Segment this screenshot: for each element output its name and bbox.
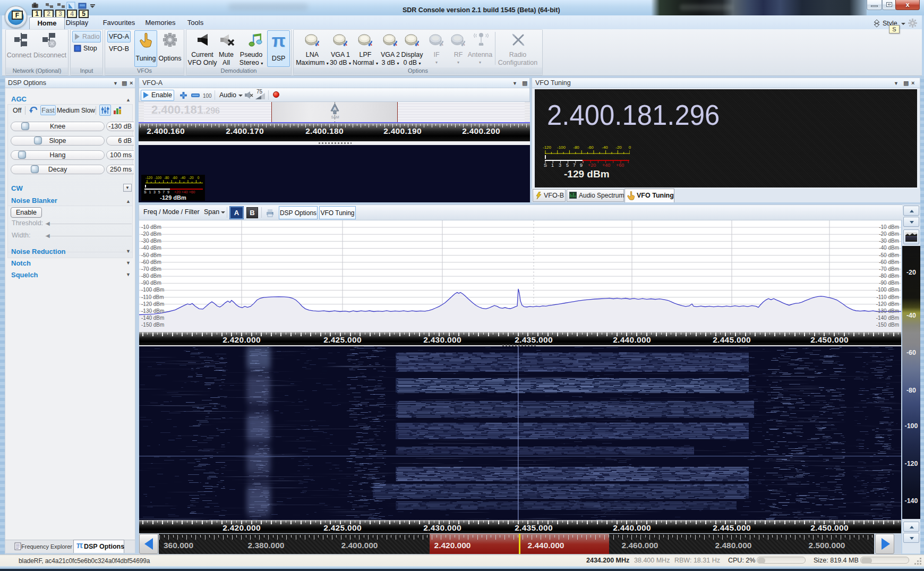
svg-text:A: A	[333, 106, 337, 112]
